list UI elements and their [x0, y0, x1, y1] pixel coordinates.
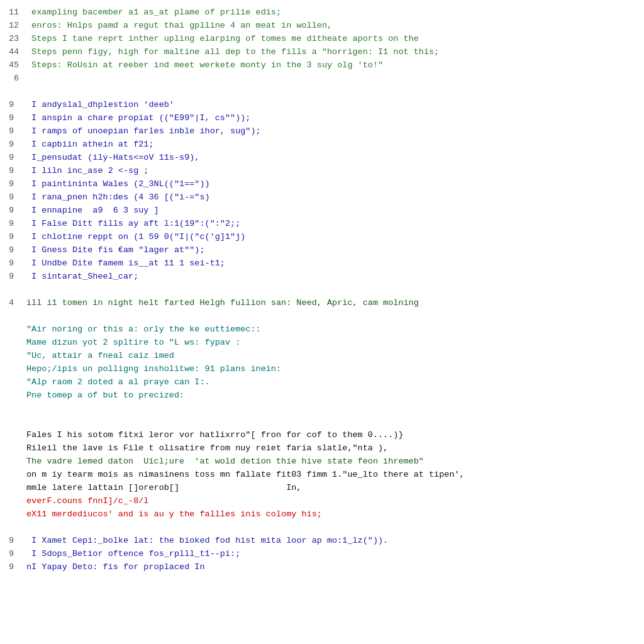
code-line: "Alp raom 2 doted a al praye can I:. — [9, 376, 635, 389]
line-content: "Uc, attair a fneal caiz imed — [26, 350, 174, 363]
line-content: eX11 merdediucos' and is au y the fallle… — [26, 508, 322, 521]
line-number: 9 — [9, 561, 26, 574]
line-content: I andyslal_dhplestion 'deeb' — [26, 99, 174, 112]
line-content: I Gness Dite fis €am "lager at""); — [26, 244, 205, 257]
line-number: 12 — [9, 19, 26, 33]
line-content: I Sdops_Betior oftence fos_rplll_t1--pi:… — [26, 548, 240, 561]
code-line: everF.couns fnnI]/c_-8/l — [9, 495, 635, 508]
line-content: I liln inc_ase 2 <-sg ; — [26, 165, 148, 178]
line-content: I Xamet Cepi:_bolke lat: the bioked fod … — [26, 535, 388, 548]
line-content: Steps I tane reprt inther upling elarpin… — [26, 33, 419, 46]
code-line: 44 Steps penn figy, high for maltine all… — [9, 46, 635, 59]
code-line: 9nI Yapay Deto: fis for proplaced In — [9, 561, 635, 574]
line-content: The vadre lemed daton Uicl;ure 'at wold … — [26, 455, 424, 469]
line-number: 9 — [9, 218, 26, 231]
line-number: 23 — [9, 33, 26, 46]
line-content: everF.couns fnnI]/c_-8/l — [26, 495, 148, 508]
code-line: 9 I anspin a chare propiat (("E99"|I, cs… — [9, 112, 635, 125]
code-line: 9 I rana_pnen h2h:des (4 36 [("i-="s) — [9, 191, 635, 204]
line-content: I Undbe Dite famem is__at 11 1 sei-t1; — [26, 257, 225, 270]
code-display: 11 exampling bacember a1 as_at plame of … — [9, 6, 635, 574]
code-line: Hepo;/ipis un polligng insholitwe: 91 pl… — [9, 363, 635, 376]
code-line: 9 I False Ditt fills ay aft l:1(19":(":"… — [9, 218, 635, 231]
code-line — [9, 86, 635, 99]
line-content: I ennapine a9 6 3 suy ] — [26, 204, 159, 218]
line-number: 44 — [9, 46, 26, 59]
line-number: 11 — [9, 6, 26, 19]
code-line: 23 Steps I tane reprt inther upling elar… — [9, 33, 635, 46]
line-content: I rana_pnen h2h:des (4 36 [("i-="s) — [26, 191, 210, 204]
line-content: I chlotine reppt on (1 59 0("I|("c('g]1"… — [26, 231, 245, 244]
code-line: Mame dizun yot 2 spltire to "L ws: fypav… — [9, 336, 635, 350]
code-line: 9 I paintininta Wales (2_3NL(("1==")) — [9, 178, 635, 191]
line-number: 45 — [9, 59, 26, 72]
code-line: "Uc, attair a fneal caiz imed — [9, 350, 635, 363]
code-line: eX11 merdediucos' and is au y the fallle… — [9, 508, 635, 521]
code-line: 45 Steps: RoUsin at reeber ind meet werk… — [9, 59, 635, 72]
line-number: 9 — [9, 257, 26, 270]
line-number: 9 — [9, 535, 26, 548]
line-number: 9 — [9, 270, 26, 284]
line-content: Fales I his sotom fitxi leror vor hatlix… — [26, 429, 404, 442]
line-number: 9 — [9, 178, 26, 191]
code-line: on m iy tearm mois as nimasinens toss mn… — [9, 469, 635, 482]
line-number: 9 — [9, 138, 26, 152]
line-content: ill i1 tomen in night helt farted Helgh … — [26, 297, 419, 310]
code-line: 9 I capbiin athein at f21; — [9, 138, 635, 152]
code-line — [9, 284, 635, 297]
line-number: 9 — [9, 191, 26, 204]
code-line: Fales I his sotom fitxi leror vor hatlix… — [9, 429, 635, 442]
line-number: 9 — [9, 231, 26, 244]
line-number: 9 — [9, 112, 26, 125]
code-line: 12 enros: Hnlps pamd a regut thai gpllin… — [9, 19, 635, 33]
line-content: Rileil the lave is File t olisatire from… — [26, 442, 388, 455]
line-number: 9 — [9, 244, 26, 257]
line-content: Mame dizun yot 2 spltire to "L ws: fypav… — [26, 336, 240, 350]
line-number: 9 — [9, 548, 26, 561]
code-line — [9, 416, 635, 429]
code-line: Rileil the lave is File t olisatire from… — [9, 442, 635, 455]
line-number: 4 — [9, 297, 26, 310]
line-content: I ramps of unoepian farles inble ihor, s… — [26, 125, 261, 138]
code-line: 9 I ramps of unoepian farles inble ihor,… — [9, 125, 635, 138]
line-content: I sintarat_Sheel_car; — [26, 270, 138, 284]
code-line — [9, 310, 635, 323]
line-content: enros: Hnlps pamd a regut thai gplline 4… — [26, 19, 332, 33]
line-number: 9 — [9, 99, 26, 112]
line-number: 9 — [9, 165, 26, 178]
code-line: 4ill i1 tomen in night helt farted Helgh… — [9, 297, 635, 310]
code-line: 9 I Sdops_Betior oftence fos_rplll_t1--p… — [9, 548, 635, 561]
line-content: Steps penn figy, high for maltine all de… — [26, 46, 439, 59]
line-content: I_pensudat (ily-Hats<=oV 11s-s9), — [26, 152, 199, 165]
code-line: 9 I_pensudat (ily-Hats<=oV 11s-s9), — [9, 152, 635, 165]
line-content: nI Yapay Deto: fis for proplaced In — [26, 561, 205, 574]
line-content: I paintininta Wales (2_3NL(("1==")) — [26, 178, 210, 191]
line-content: on m iy tearm mois as nimasinens toss mn… — [26, 469, 465, 482]
code-line: 9 I chlotine reppt on (1 59 0("I|("c('g]… — [9, 231, 635, 244]
code-line — [9, 521, 635, 535]
line-content: I anspin a chare propiat (("E99"|I, cs""… — [26, 112, 250, 125]
code-line: 9 I liln inc_ase 2 <-sg ; — [9, 165, 635, 178]
line-content: I False Ditt fills ay aft l:1(19":(":"2;… — [26, 218, 240, 231]
code-line: 9 I Xamet Cepi:_bolke lat: the bioked fo… — [9, 535, 635, 548]
code-line: 11 exampling bacember a1 as_at plame of … — [9, 6, 635, 19]
line-content: exampling bacember a1 as_at plame of pri… — [26, 6, 281, 19]
line-number: 9 — [9, 152, 26, 165]
code-line: Pne tomep a of but to precized: — [9, 389, 635, 402]
code-line: mmle latere lattain []orerob[] In, — [9, 482, 635, 495]
code-line — [9, 402, 635, 416]
line-content: Hepo;/ipis un polligng insholitwe: 91 pl… — [26, 363, 281, 376]
line-content: "Alp raom 2 doted a al praye can I:. — [26, 376, 210, 389]
line-content: Pne tomep a of but to precized: — [26, 389, 184, 402]
line-content: Steps: RoUsin at reeber ind meet werkete… — [26, 59, 383, 72]
code-line: 9 I ennapine a9 6 3 suy ] — [9, 204, 635, 218]
line-content: "Air noring or this a: orly the ke eutti… — [26, 323, 261, 336]
line-number: 9 — [9, 125, 26, 138]
code-line: 6 — [9, 72, 635, 86]
line-content: I capbiin athein at f21; — [26, 138, 154, 152]
code-line: 9 I sintarat_Sheel_car; — [9, 270, 635, 284]
code-line: "Air noring or this a: orly the ke eutti… — [9, 323, 635, 336]
code-line: The vadre lemed daton Uicl;ure 'at wold … — [9, 455, 635, 469]
line-content: mmle latere lattain []orerob[] In, — [26, 482, 301, 495]
code-line: 9 I andyslal_dhplestion 'deeb' — [9, 99, 635, 112]
